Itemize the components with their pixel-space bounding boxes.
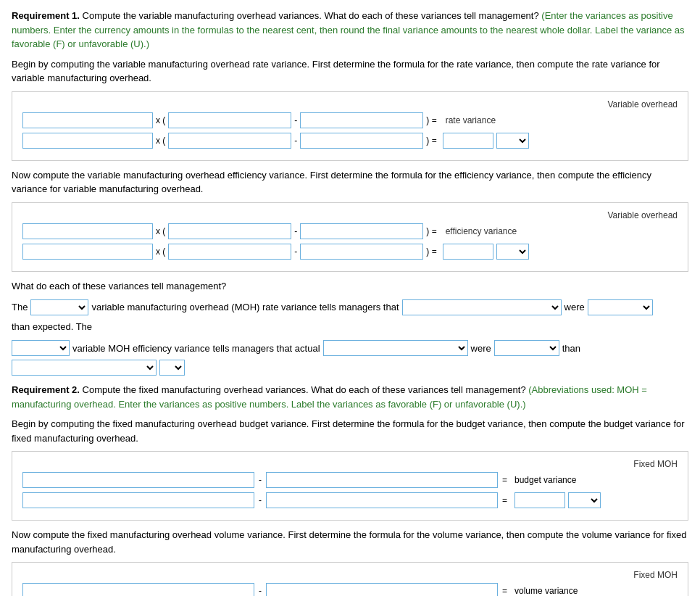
req1-main-text: Compute the variable manufacturing overh… bbox=[83, 10, 539, 21]
rate-paren-eq2: ) = bbox=[426, 136, 436, 146]
s2-dropdown5[interactable] bbox=[159, 360, 185, 376]
s2-dropdown1[interactable]: actual standard bbox=[12, 340, 70, 356]
requirement-2-section: Requirement 2. Compute the fixed manufac… bbox=[12, 383, 688, 596]
mgmt-sentence2-extra: standard hours allowed budgeted hours bbox=[12, 360, 688, 376]
efficiency-variance-formula-area: Variable overhead x ( - ) = efficiency v… bbox=[12, 202, 688, 272]
volume-minus1: - bbox=[259, 586, 262, 596]
rate-variance-formula-row1: x ( - ) = rate variance bbox=[22, 112, 678, 128]
s2b: were bbox=[471, 340, 491, 357]
rate-minus2: - bbox=[294, 136, 297, 146]
rate-fav-unfav-select[interactable]: F U bbox=[496, 133, 529, 149]
s1a: The bbox=[12, 299, 28, 315]
budget-fav-unfav-select[interactable]: F U bbox=[568, 492, 601, 508]
budget-eq1: = bbox=[502, 475, 507, 485]
rate-variance-formula-area: Variable overhead x ( - ) = rate varianc… bbox=[12, 91, 688, 161]
budget-val-input2[interactable] bbox=[266, 492, 498, 508]
rate-variance-label: rate variance bbox=[446, 115, 496, 125]
eff-formula-input3[interactable] bbox=[300, 223, 423, 239]
rate-formula-input3[interactable] bbox=[300, 112, 423, 128]
mgmt-question1: What do each of these variances tell man… bbox=[12, 279, 688, 294]
budget-variance-area: Fixed MOH - = budget variance - = F U bbox=[12, 451, 688, 521]
rate-intro-text: Begin by computing the variable manufact… bbox=[12, 57, 688, 86]
rate-minus1: - bbox=[294, 115, 297, 125]
efficiency-variance-label: efficiency variance bbox=[446, 226, 517, 236]
efficiency-formula-row1: x ( - ) = efficiency variance bbox=[22, 223, 678, 239]
volume-variance-area: Fixed MOH - = volume variance - = F U bbox=[12, 562, 688, 596]
s1-dropdown1[interactable]: actual standard bbox=[30, 299, 88, 315]
budget-variance-label: budget variance bbox=[514, 475, 576, 485]
eff-paren-eq1: ) = bbox=[426, 226, 436, 236]
volume-eq1: = bbox=[502, 586, 507, 596]
volume-formula-input2[interactable] bbox=[266, 583, 498, 596]
eff-result-input[interactable] bbox=[443, 244, 493, 260]
volume-header1: Fixed MOH bbox=[22, 570, 678, 580]
s2-dropdown2[interactable]: direct labor hours machine hours units p… bbox=[323, 340, 468, 356]
rate-val-input3[interactable] bbox=[300, 133, 423, 149]
volume-formula-row1: - = volume variance bbox=[22, 583, 678, 596]
s1b: variable manufacturing overhead (MOH) ra… bbox=[91, 299, 399, 315]
eff-val-input1[interactable] bbox=[22, 244, 153, 260]
volume-variance-label: volume variance bbox=[514, 586, 578, 596]
rate-x-label2: x ( bbox=[156, 136, 165, 146]
s1-dropdown3[interactable]: higher lower bbox=[588, 299, 653, 315]
mgmt-sentence1: The actual standard variable manufacturi… bbox=[12, 299, 688, 336]
efficiency-intro-text: Now compute the variable manufacturing o… bbox=[12, 168, 688, 196]
rate-variance-header1: Variable overhead bbox=[22, 99, 678, 109]
budget-result-input[interactable] bbox=[514, 492, 565, 508]
mgmt-sentence2: actual standard variable MOH efficiency … bbox=[12, 340, 688, 357]
budget-formula-input2[interactable] bbox=[266, 472, 498, 488]
rate-formula-input2[interactable] bbox=[168, 112, 291, 128]
s2c: than bbox=[562, 340, 580, 357]
req2-title: Requirement 2. bbox=[12, 384, 80, 395]
rate-variance-compute-row: x ( - ) = F U bbox=[22, 133, 678, 149]
rate-val-input2[interactable] bbox=[168, 133, 291, 149]
eff-paren-eq2: ) = bbox=[426, 247, 436, 257]
budget-header1: Fixed MOH bbox=[22, 459, 678, 469]
rate-val-input1[interactable] bbox=[22, 133, 153, 149]
budget-val-input1[interactable] bbox=[22, 492, 254, 508]
rate-paren-eq1: ) = bbox=[426, 115, 436, 125]
req2-main-text: Compute the fixed manufacturing overhead… bbox=[83, 384, 526, 395]
budget-minus1: - bbox=[259, 475, 262, 485]
budget-compute-row: - = F U bbox=[22, 492, 678, 508]
eff-val-input3[interactable] bbox=[300, 244, 423, 260]
s1c: were bbox=[564, 299, 585, 315]
budget-intro-text: Begin by computing the fixed manufacturi… bbox=[12, 417, 688, 445]
s2a: variable MOH efficiency variance tells m… bbox=[72, 340, 320, 357]
budget-minus2: - bbox=[259, 495, 262, 505]
eff-x-label1: x ( bbox=[156, 226, 165, 236]
eff-x-label2: x ( bbox=[156, 247, 165, 257]
s1d: than expected. The bbox=[12, 318, 92, 335]
req1-title: Requirement 1. bbox=[12, 10, 80, 21]
efficiency-compute-row: x ( - ) = F U bbox=[22, 244, 678, 260]
eff-formula-input1[interactable] bbox=[22, 223, 153, 239]
rate-result-input[interactable] bbox=[443, 133, 493, 149]
requirement-1-section: Requirement 1. Compute the variable manu… bbox=[12, 9, 688, 376]
rate-formula-input1[interactable] bbox=[22, 112, 153, 128]
efficiency-variance-header1: Variable overhead bbox=[22, 210, 678, 220]
eff-fav-unfav-select[interactable]: F U bbox=[496, 244, 529, 260]
s2-dropdown3[interactable]: more less bbox=[494, 340, 559, 356]
eff-val-input2[interactable] bbox=[168, 244, 291, 260]
budget-formula-input1[interactable] bbox=[22, 472, 254, 488]
s1-dropdown2[interactable]: actual variable MOH rate standard variab… bbox=[402, 299, 562, 315]
budget-formula-row1: - = budget variance bbox=[22, 472, 678, 488]
eff-formula-input2[interactable] bbox=[168, 223, 291, 239]
volume-formula-input1[interactable] bbox=[22, 583, 254, 596]
s2-dropdown4[interactable]: standard hours allowed budgeted hours bbox=[12, 360, 157, 376]
rate-x-label: x ( bbox=[156, 115, 165, 125]
eff-minus2: - bbox=[294, 247, 297, 257]
volume-intro-text: Now compute the fixed manufacturing over… bbox=[12, 528, 688, 556]
eff-minus1: - bbox=[294, 226, 297, 236]
budget-eq2: = bbox=[502, 495, 507, 505]
